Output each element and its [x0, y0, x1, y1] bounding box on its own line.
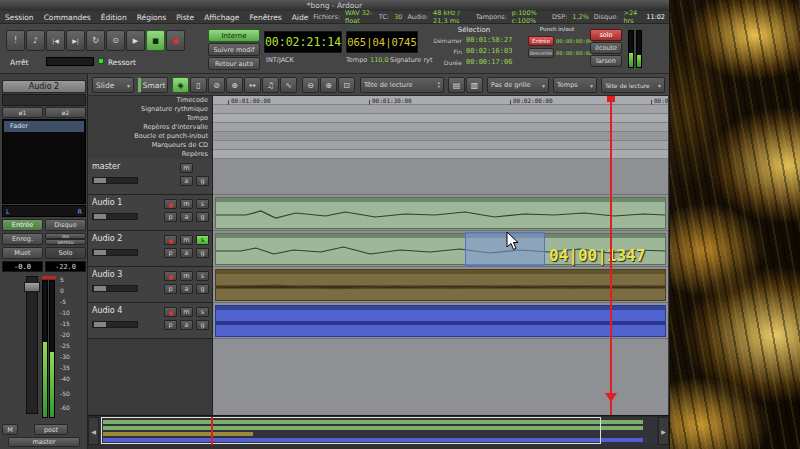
processor-fader-entry[interactable]: Fader [4, 121, 84, 132]
automation-button[interactable]: a [180, 320, 193, 330]
solo-button[interactable]: s [196, 307, 209, 317]
menu-item-fenetres[interactable]: Fenêtres [244, 13, 286, 22]
ruler-label-markers[interactable]: Repères [88, 150, 212, 159]
track-name[interactable]: Audio 4 [92, 306, 122, 315]
gain-slider[interactable] [92, 213, 138, 220]
midi-panic-button[interactable]: ! [6, 30, 25, 51]
region-audio4[interactable] [215, 305, 666, 337]
edit-mode-dropdown[interactable]: Slide▾ [92, 77, 134, 93]
zoom-in-button[interactable]: ⊕ [320, 77, 337, 93]
editor-canvas[interactable]: 00:01:00:00 00:01:30:00 00:02:00:00 00:0… [213, 96, 668, 415]
record-enable-button[interactable]: ● [164, 199, 177, 209]
gain-fader-track[interactable] [26, 276, 38, 414]
phase-invert-1-button[interactable]: ø1 [2, 107, 43, 118]
playlist-button[interactable]: p [164, 248, 177, 258]
menu-item-regions[interactable]: Régions [132, 13, 172, 22]
mute-button[interactable]: m [180, 235, 193, 245]
group-button[interactable]: g [196, 320, 209, 330]
punch-in-button[interactable]: Entrée [528, 36, 554, 46]
processor-box[interactable]: Fader [2, 119, 86, 204]
spinner-icon[interactable]: ▴▾ [438, 81, 440, 89]
solo-button[interactable]: Solo [45, 247, 86, 259]
tool-audition-button[interactable]: ♫ [262, 77, 279, 93]
shuttle-control[interactable] [46, 57, 94, 66]
automation-button[interactable]: a [180, 284, 193, 294]
gain-fader-handle[interactable] [24, 282, 40, 292]
track-name[interactable]: Audio 3 [92, 270, 122, 279]
gain-slider[interactable] [92, 321, 138, 328]
stop-button[interactable]: ■ [146, 30, 165, 51]
loop-button[interactable]: ↻ [86, 30, 105, 51]
playlist-button[interactable]: p [164, 284, 177, 294]
lane-master[interactable] [213, 159, 668, 195]
global-solo-button[interactable]: solo [590, 29, 622, 41]
mute-button[interactable]: m [180, 271, 193, 281]
tool-draw-button[interactable]: ∿ [280, 77, 297, 93]
drag-selection-rect[interactable] [465, 232, 545, 266]
track-name[interactable]: Audio 1 [92, 198, 122, 207]
ruler-label-meter[interactable]: Signature rythmique [88, 105, 212, 114]
record-button[interactable]: ● [166, 30, 185, 51]
ruler-label-cd-markers[interactable]: Marqueurs de CD [88, 141, 212, 150]
mute-button[interactable]: Muet [2, 247, 43, 259]
menu-item-affichage[interactable]: Affichage [199, 13, 244, 22]
zoom-out-button[interactable]: ⊖ [302, 77, 319, 93]
punch-in-clock[interactable]: 00:00:00:00 [556, 38, 592, 44]
panner[interactable]: L R [2, 205, 86, 217]
tool-stretch-button[interactable]: ↔ [244, 77, 261, 93]
menu-item-commandes[interactable]: Commandes [39, 13, 96, 22]
tool-range-button[interactable]: ▯ [190, 77, 207, 93]
rec-enable-button[interactable]: Enreg. [2, 233, 43, 245]
summary-scroll-right-button[interactable]: ▶ [658, 417, 669, 445]
go-end-button[interactable]: ▶| [66, 30, 85, 51]
track-header-audio1[interactable]: Audio 1 ● m s p a g [88, 195, 213, 231]
automation-button[interactable]: a [180, 176, 193, 186]
ruler-cd-markers[interactable] [213, 141, 668, 150]
listen-button[interactable]: écoute [590, 42, 622, 54]
ruler-label-timecode[interactable]: Timecode [88, 96, 212, 105]
menu-item-aide[interactable]: Aide [287, 13, 314, 22]
shuttle-mode-label[interactable]: Ressort [108, 58, 136, 67]
gain-display[interactable]: -0.0 [2, 261, 43, 272]
track-header-audio4[interactable]: Audio 4 ● m s p a g [88, 303, 213, 339]
ruler-tempo[interactable] [213, 114, 668, 123]
track-header-master[interactable]: master m a g [88, 159, 213, 195]
zoom-focus-dropdown[interactable]: Tête de lecture▾ [601, 77, 665, 93]
selection-start-clock[interactable]: 00:01:58:27 [466, 36, 512, 44]
group-button[interactable]: g [196, 248, 209, 258]
snap-unit-dropdown[interactable]: Temps▾ [553, 77, 597, 93]
tool-cut-button[interactable]: ⊘ [208, 77, 225, 93]
mute-button[interactable]: m [180, 163, 193, 173]
meter-point-button[interactable]: post [34, 424, 68, 435]
ruler-label-tempo[interactable]: Tempo [88, 114, 212, 123]
click-toggle-button[interactable]: ♪ [26, 30, 45, 51]
group-button[interactable]: g [196, 212, 209, 222]
monitor-disk-button[interactable]: Disque [45, 219, 86, 231]
auto-return-button[interactable]: Retour auto [208, 57, 260, 70]
view-mode-button-2[interactable]: ▥ [466, 77, 483, 93]
go-start-button[interactable]: |◀ [46, 30, 65, 51]
region-audio1[interactable] [215, 197, 666, 229]
sync-source-button[interactable]: Interne [208, 29, 260, 42]
phase-invert-2-button[interactable]: ø2 [45, 107, 86, 118]
ruler-markers[interactable] [213, 150, 668, 159]
ruler-label-ranges[interactable]: Repères d'intervalle [88, 123, 212, 132]
punch-out-clock[interactable]: 00:00:00:00 [556, 50, 592, 56]
mute-button[interactable]: m [180, 199, 193, 209]
selection-length-clock[interactable]: 00:00:17:06 [466, 58, 512, 66]
edit-point-dropdown[interactable]: Tête de lecture ▴▾ [360, 77, 444, 93]
menu-item-piste[interactable]: Piste [171, 13, 199, 22]
ruler-loop-punch[interactable] [213, 132, 668, 141]
group-button[interactable]: g [196, 284, 209, 294]
menu-item-edition[interactable]: Édition [96, 13, 132, 22]
solo-button[interactable]: s [196, 199, 209, 209]
ruler-timecode[interactable] [213, 96, 668, 105]
selection-end-clock[interactable]: 00:02:16:03 [466, 47, 512, 55]
menu-item-session[interactable]: Session [0, 13, 39, 22]
gain-slider[interactable] [92, 285, 138, 292]
record-enable-button[interactable]: ● [164, 271, 177, 281]
rec-lock-button[interactable]: verrou [45, 239, 86, 245]
summary-scroll-left-button[interactable]: ◀ [88, 417, 99, 445]
track-name[interactable]: Audio 2 [92, 234, 122, 243]
record-enable-button[interactable]: ● [164, 235, 177, 245]
